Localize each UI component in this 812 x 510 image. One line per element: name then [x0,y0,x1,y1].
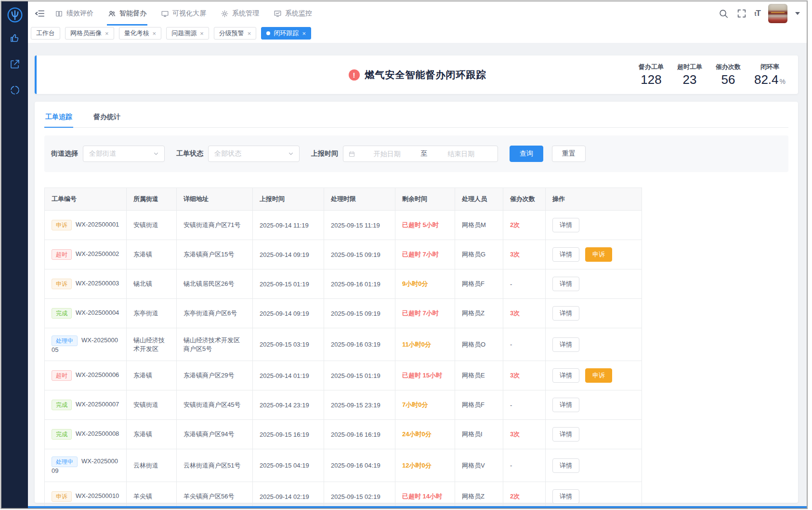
filter-bar: 街道选择 全部街道 工单状态 全部状态 [44,135,788,172]
status-select[interactable]: 全部状态 [208,146,300,162]
user-menu-caret-icon[interactable] [795,12,800,15]
panel-tab-工单追踪[interactable]: 工单追踪 [44,109,73,127]
street-select[interactable]: 全部街道 [83,146,165,162]
page-tab-label: 量化考核 [124,29,149,38]
cell-order-id: 完成WX-202500004 [45,299,127,328]
date-range-input[interactable]: 至 [343,146,498,162]
appeal-button[interactable]: 申诉 [585,368,612,383]
nav-item-performance[interactable]: 绩效评价 [54,1,94,26]
page-tab-label: 工作台 [36,29,55,38]
detail-button[interactable]: 详情 [552,427,579,442]
cell-handler: 网格员Z [455,299,503,328]
reset-button[interactable]: 重置 [552,146,586,162]
panel-tab-督办统计[interactable]: 督办统计 [92,109,121,127]
close-icon[interactable]: × [248,30,251,37]
page-tab-分级预警[interactable]: 分级预警× [214,27,257,40]
status-badge: 处理中 [52,336,78,346]
detail-button[interactable]: 详情 [552,218,579,232]
page-tab-网格员画像[interactable]: 网格员画像× [65,27,114,40]
nav-item-label: 系统管理 [232,9,259,18]
detail-button[interactable]: 详情 [552,489,579,504]
cell-actions: 详情 [546,328,642,361]
page-tab-量化考核[interactable]: 量化考核× [119,27,162,40]
appeal-button[interactable]: 申诉 [585,247,612,262]
table-body: 申诉WX-202500001安镇街道安镇街道商户区71号2025-09-14 1… [45,211,642,507]
status-badge: 申诉 [52,279,72,289]
cell-reported: 2025-09-14 09:19 [253,240,324,269]
query-button[interactable]: 查询 [510,146,543,162]
page-tab-label: 分级预警 [219,29,244,38]
cell-address: 安镇街道商户区71号 [177,211,253,240]
status-badge: 超时 [52,249,72,260]
cell-remaining: 已超时 7小时 [395,299,455,328]
street-filter-label: 街道选择 [51,149,78,158]
detail-button[interactable]: 详情 [552,398,579,412]
cell-urge-count: 3次 [503,420,546,449]
search-icon[interactable] [718,8,729,19]
detail-button[interactable]: 详情 [552,306,579,321]
detail-button[interactable]: 详情 [552,277,579,291]
status-badge: 超时 [52,370,72,381]
screen-icon [161,10,169,18]
street-select-value: 全部街道 [89,149,153,158]
close-icon[interactable]: × [200,30,204,37]
cell-reported: 2025-09-15 01:19 [253,269,324,299]
stat-value: 23 [677,72,702,87]
cell-urge-count: 3次 [503,361,546,390]
nav-item-system-monitor[interactable]: 系统监控 [273,1,313,26]
table-header-row: 工单编号所属街道详细地址上报时间处理时限剩余时间处理人员催办次数操作 [45,188,642,211]
detail-button[interactable]: 详情 [552,368,579,383]
status-badge: 申诉 [52,491,72,502]
nav-item-label: 智能督办 [119,9,146,18]
column-header: 工单编号 [45,188,127,211]
like-icon[interactable] [9,32,21,44]
close-icon[interactable]: × [302,30,306,37]
page-tab-闭环跟踪[interactable]: 闭环跟踪× [261,27,311,40]
detail-button[interactable]: 详情 [552,458,579,473]
cell-urge-count: - [503,449,546,482]
fullscreen-icon[interactable] [736,8,747,19]
nav-item-supervise[interactable]: 智能督办 [107,1,147,26]
active-tab-dot [266,31,270,35]
close-icon[interactable]: × [105,30,109,37]
chevron-down-icon [288,150,294,157]
cell-urge-count: 2次 [503,211,546,240]
external-link-icon[interactable] [9,58,21,70]
nav-item-system-mgmt[interactable]: 系统管理 [220,1,260,26]
page-tab-工作台[interactable]: 工作台 [31,27,60,40]
page-tab-问题溯源[interactable]: 问题溯源× [166,27,209,40]
column-header: 处理人员 [455,188,503,211]
menu-collapse-icon[interactable] [33,6,47,21]
cell-address: 云林街道商户区51号 [177,449,253,482]
nav-item-bigscreen[interactable]: 可视化大屏 [160,1,207,26]
font-size-icon[interactable]: ttTT [755,9,760,18]
nav-item-label: 可视化大屏 [172,9,206,18]
cell-handler: 网格员Z [455,482,503,507]
start-date-input[interactable] [355,150,419,158]
cell-address: 羊尖镇商户区56号 [177,482,253,507]
cell-address: 东亭街道商户区6号 [177,299,253,328]
stat-催办次数: 催办次数56 [716,63,741,87]
cell-handler: 网格员M [455,211,503,240]
status-badge: 完成 [52,400,72,410]
cell-street: 锡山经济技术开发区 [127,328,177,361]
column-header: 处理时限 [324,188,395,211]
table-row: 处理中WX-202500005锡山经济技术开发区锡山经济技术开发区商户区5号20… [45,328,642,361]
segmented-circle-icon[interactable] [9,84,21,96]
users-icon [108,10,116,18]
app-logo[interactable] [4,4,26,26]
column-header: 催办次数 [503,188,546,211]
cell-handler: 网格员I [455,420,503,449]
open-page-tabs: 工作台网格员画像×量化考核×问题溯源×分级预警×闭环跟踪× [28,26,807,43]
cell-reported: 2025-09-14 11:19 [253,211,324,240]
detail-button[interactable]: 详情 [552,247,579,262]
cell-urge-count: 2次 [503,482,546,507]
cell-actions: 详情 [546,269,642,299]
stat-label: 催办次数 [716,63,741,71]
close-icon[interactable]: × [153,30,157,37]
table-row: 申诉WX-202500010羊尖镇羊尖镇商户区56号2025-09-14 02:… [45,482,642,507]
user-avatar[interactable] [768,4,787,23]
detail-button[interactable]: 详情 [552,337,579,352]
end-date-input[interactable] [430,150,493,158]
cell-remaining: 11小时0分 [395,328,455,361]
